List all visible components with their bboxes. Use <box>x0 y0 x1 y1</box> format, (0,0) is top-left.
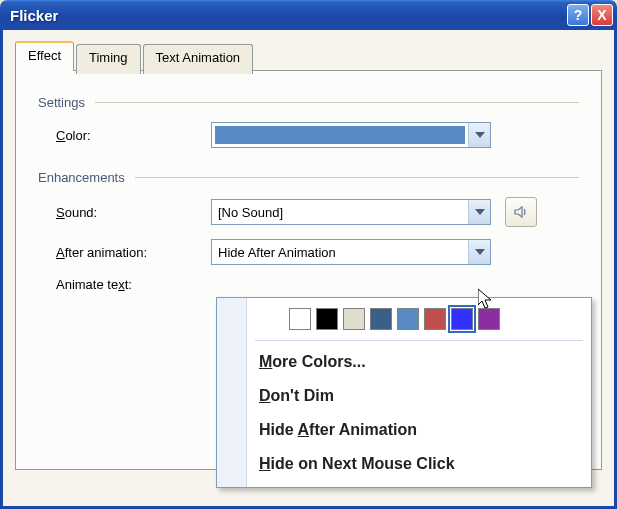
close-button[interactable]: X <box>591 4 613 26</box>
group-settings-label: Settings <box>38 95 91 110</box>
after-animation-combo-drop[interactable] <box>468 240 490 264</box>
color-option-7[interactable] <box>478 308 500 330</box>
title-bar: Flicker ? X <box>0 0 617 30</box>
row-animate-text: Animate text: <box>56 277 579 292</box>
sound-combo-drop[interactable] <box>468 200 490 224</box>
group-enhancements: Enhancements <box>38 170 579 185</box>
tab-timing-label: Timing <box>89 50 128 65</box>
color-option-2[interactable] <box>343 308 365 330</box>
group-enhancements-label: Enhancements <box>38 170 131 185</box>
row-color: Color: <box>56 122 579 148</box>
tab-effect-label: Effect <box>28 48 61 63</box>
after-animation-value: Hide After Animation <box>212 245 468 260</box>
row-after-animation: After animation: Hide After Animation <box>56 239 579 265</box>
color-combo-drop[interactable] <box>468 123 490 147</box>
speaker-button[interactable] <box>505 197 537 227</box>
sound-combo[interactable]: [No Sound] <box>211 199 491 225</box>
window-title: Flicker <box>10 7 565 24</box>
speaker-icon <box>513 204 529 220</box>
help-button[interactable]: ? <box>567 4 589 26</box>
dropdown-separator <box>255 340 583 341</box>
sound-value: [No Sound] <box>212 205 468 220</box>
tab-text-animation[interactable]: Text Animation <box>143 44 254 74</box>
after-animation-dropdown: More Colors... Don't Dim Hide After Anim… <box>216 297 592 488</box>
color-swatch <box>215 126 465 144</box>
help-icon: ? <box>574 7 583 23</box>
color-option-1[interactable] <box>316 308 338 330</box>
row-sound: Sound: [No Sound] <box>56 197 579 227</box>
label-color: Color: <box>56 128 211 143</box>
label-sound: Sound: <box>56 205 211 220</box>
menu-more-colors[interactable]: More Colors... <box>217 345 591 379</box>
chevron-down-icon <box>475 209 485 215</box>
color-option-3[interactable] <box>370 308 392 330</box>
color-option-5[interactable] <box>424 308 446 330</box>
group-settings: Settings <box>38 95 579 110</box>
tab-text-animation-label: Text Animation <box>156 50 241 65</box>
tab-strip: Effect Timing Text Animation <box>15 41 602 71</box>
color-option-4[interactable] <box>397 308 419 330</box>
close-icon: X <box>597 7 606 23</box>
label-animate-text: Animate text: <box>56 277 211 292</box>
tab-timing[interactable]: Timing <box>76 44 141 74</box>
menu-hide-after-animation[interactable]: Hide After Animation <box>217 413 591 447</box>
color-combo[interactable] <box>211 122 491 148</box>
color-option-0[interactable] <box>289 308 311 330</box>
label-after-animation: After animation: <box>56 245 211 260</box>
menu-hide-next-click[interactable]: Hide on Next Mouse Click <box>217 447 591 481</box>
after-animation-combo[interactable]: Hide After Animation <box>211 239 491 265</box>
chevron-down-icon <box>475 249 485 255</box>
tab-effect[interactable]: Effect <box>15 41 74 71</box>
menu-dont-dim[interactable]: Don't Dim <box>217 379 591 413</box>
chevron-down-icon <box>475 132 485 138</box>
dropdown-color-row <box>217 298 591 338</box>
color-option-6[interactable] <box>451 308 473 330</box>
